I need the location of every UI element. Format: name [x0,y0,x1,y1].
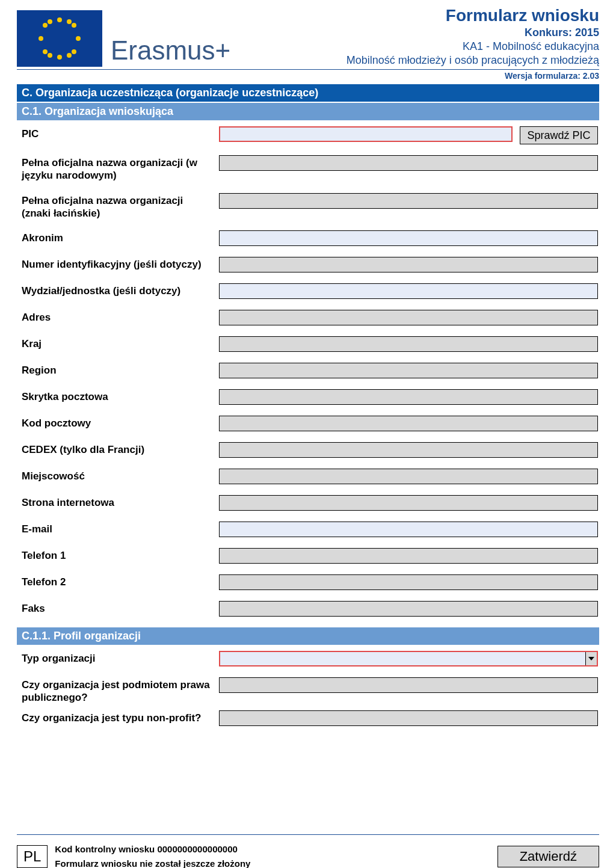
org-form: PIC Sprawdź PIC Pełna oficjalna nazwa or… [17,120,599,617]
svg-point-7 [72,49,76,54]
row-acronym: Akronim [22,230,598,246]
section-c-header: C. Organizacja uczestnicząca (organizacj… [17,84,599,102]
section-c1-header: C.1. Organizacja wnioskująca [17,103,599,120]
label-pic: PIC [22,126,212,140]
label-public-body: Czy organizacja jest podmiotem prawa pub… [22,677,212,704]
row-city: Miejscowość [22,469,598,484]
row-postal-code: Kod pocztowy [22,416,598,431]
input-department[interactable] [219,283,598,299]
row-public-body: Czy organizacja jest podmiotem prawa pub… [22,677,598,704]
row-fax: Faks [22,601,598,617]
input-acronym[interactable] [219,230,598,246]
svg-point-1 [57,55,62,60]
input-phone2[interactable] [219,574,598,590]
row-non-profit: Czy organizacja jest typu non-profit? [22,710,598,726]
validate-button[interactable]: Zatwierdź [497,846,599,867]
label-city: Miejscowość [22,469,212,482]
language-box: PL [17,845,48,868]
row-email: E-mail [22,522,598,537]
form-title: Formularz wniosku [346,6,599,25]
svg-point-6 [43,49,48,54]
header-meta: Formularz wniosku Konkurs: 2015 KA1 - Mo… [346,6,599,67]
label-address: Adres [22,310,212,324]
row-country: Kraj [22,336,598,352]
sub-action: Mobilność młodzieży i osób pracujących z… [346,54,599,67]
label-country: Kraj [22,336,212,350]
label-website: Strona internetowa [22,495,212,509]
call-year: Konkurs: 2015 [346,26,599,39]
label-national-id: Numer identyfikacyjny (jeśli dotyczy) [22,257,212,271]
input-email[interactable] [219,522,598,537]
input-phone1[interactable] [219,548,598,564]
key-action: KA1 - Mobilność edukacyjna [346,40,599,53]
label-cedex: CEDEX (tylko dla Francji) [22,442,212,456]
hash-value: 0000000000000000 [157,844,237,854]
label-org-type: Typ organizacji [22,651,212,665]
input-region[interactable] [219,363,598,378]
svg-point-0 [57,17,62,22]
label-email: E-mail [22,522,212,535]
svg-point-3 [76,36,81,41]
input-public-body[interactable] [219,677,598,693]
footer-divider [17,834,599,835]
svg-point-10 [67,19,72,24]
input-website[interactable] [219,495,598,511]
row-phone1: Telefon 1 [22,548,598,564]
row-phone2: Telefon 2 [22,574,598,590]
submission-status: Formularz wniosku nie został jeszcze zło… [55,857,250,869]
header-divider [17,69,599,70]
svg-point-5 [72,23,76,28]
form-version: Wersja formularza: 2.03 [17,71,599,81]
svg-point-11 [48,53,52,58]
svg-point-9 [48,19,52,24]
svg-point-12 [67,53,72,58]
input-legal-name-latin[interactable] [219,193,598,209]
profile-form: Typ organizacji Czy organizacja jest pod… [17,645,599,726]
section-c11-header: C.1.1. Profil organizacji [17,627,599,645]
hash-label: Kod kontrolny wniosku [55,844,155,854]
footer-info: Kod kontrolny wniosku 0000000000000000 F… [55,842,250,869]
label-acronym: Akronim [22,230,212,244]
eu-flag-icon [17,10,102,67]
svg-point-2 [38,36,43,41]
brand: Erasmus+ [17,10,230,67]
row-legal-name-latin: Pełna oficjalna nazwa organizacji (znaki… [22,193,598,220]
svg-point-4 [43,23,48,28]
row-pobox: Skrytka pocztowa [22,389,598,405]
input-postal-code[interactable] [219,416,598,431]
input-legal-name-national[interactable] [219,155,598,171]
row-national-id: Numer identyfikacyjny (jeśli dotyczy) [22,257,598,272]
input-cedex[interactable] [219,442,598,458]
input-fax[interactable] [219,601,598,617]
input-pobox[interactable] [219,389,598,405]
row-website: Strona internetowa [22,495,598,511]
label-legal-name-national: Pełna oficjalna nazwa organizacji (w jęz… [22,155,212,182]
label-pobox: Skrytka pocztowa [22,389,212,403]
row-region: Region [22,363,598,378]
row-legal-name-national: Pełna oficjalna nazwa organizacji (w jęz… [22,155,598,182]
row-department: Wydział/jednostka (jeśli dotyczy) [22,283,598,299]
chevron-down-icon[interactable] [585,652,597,665]
row-address: Adres [22,310,598,325]
label-department: Wydział/jednostka (jeśli dotyczy) [22,283,212,297]
row-pic: PIC Sprawdź PIC [22,126,598,144]
input-pic[interactable] [219,126,513,142]
input-country[interactable] [219,336,598,352]
input-non-profit[interactable] [219,710,598,726]
select-org-type[interactable] [219,651,598,666]
header: Erasmus+ Formularz wniosku Konkurs: 2015… [17,6,599,67]
row-org-type: Typ organizacji [22,651,598,666]
input-city[interactable] [219,469,598,484]
check-pic-button[interactable]: Sprawdź PIC [520,126,598,144]
label-phone2: Telefon 2 [22,574,212,588]
label-postal-code: Kod pocztowy [22,416,212,429]
row-cedex: CEDEX (tylko dla Francji) [22,442,598,458]
footer: PL Kod kontrolny wniosku 000000000000000… [17,834,599,869]
label-region: Region [22,363,212,377]
program-wordmark: Erasmus+ [111,35,230,66]
input-national-id[interactable] [219,257,598,272]
label-non-profit: Czy organizacja jest typu non-profit? [22,710,212,724]
label-legal-name-latin: Pełna oficjalna nazwa organizacji (znaki… [22,193,212,220]
input-address[interactable] [219,310,598,325]
label-phone1: Telefon 1 [22,548,212,562]
